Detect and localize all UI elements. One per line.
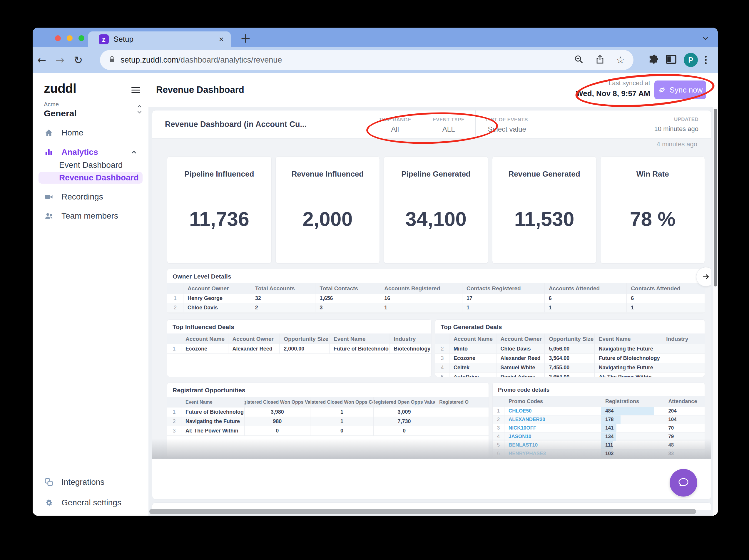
column-header: Registered O — [435, 397, 489, 407]
minimize-window-button[interactable] — [67, 35, 72, 41]
workspace-switcher[interactable]: Acme General — [44, 101, 141, 118]
table-row: 1Henry George321,656161766 — [167, 294, 705, 303]
column-header — [167, 283, 184, 294]
table-row: 3AI: The Power Within000 — [167, 426, 489, 436]
cell: Biotechnology — [389, 344, 431, 354]
column-header: Industry — [662, 334, 705, 344]
cell: 6 — [627, 294, 705, 303]
cell: 104 — [664, 416, 705, 424]
page-title: Revenue Dashboard — [156, 85, 244, 95]
cell: 1 — [311, 407, 373, 417]
column-header: Event Name — [329, 334, 390, 344]
share-icon[interactable] — [595, 54, 605, 66]
filter-event-type[interactable]: EVENT TYPEALL — [422, 110, 475, 138]
column-header: Registered Closed Won Opps Value — [244, 397, 311, 407]
cell: 1 — [463, 303, 545, 313]
cell: 5,056.00 — [545, 344, 595, 354]
table-row: 5AutoDriveDaniel Adams2,654.00AI: The Po… — [435, 373, 705, 377]
column-header — [167, 334, 181, 344]
cell: Daniel Adams — [496, 373, 545, 377]
cell — [662, 373, 705, 377]
browser-window: z Setup × + ← → ↻ setup.zuddl.com/dashbo… — [33, 28, 718, 516]
cell: 7,730 — [373, 417, 435, 426]
sidebar-item-integrations[interactable]: Integrations — [33, 473, 148, 491]
arrow-right-icon — [701, 272, 710, 281]
sidebar-item-recordings[interactable]: Recordings — [33, 188, 148, 206]
cell: 7,455.00 — [545, 363, 595, 373]
extensions-puzzle-icon[interactable] — [648, 54, 659, 66]
cell: 1 — [311, 417, 373, 426]
cell: 3 — [435, 354, 449, 363]
browser-menu-icon[interactable] — [705, 54, 707, 66]
promo-code-link[interactable]: NICK10OFF — [505, 424, 601, 432]
bookmark-star-icon[interactable]: ☆ — [616, 54, 625, 66]
cell: Alexander Reed — [496, 354, 545, 363]
sidebar-item-label: General settings — [61, 498, 122, 508]
side-panel-icon[interactable] — [665, 54, 677, 66]
sidebar-item-label: Revenue Dashboard — [59, 173, 139, 182]
sidebar-item-team-members[interactable]: Team members — [33, 207, 148, 225]
vertical-scrollbar-thumb[interactable] — [714, 109, 717, 287]
cell: Navigating the Future — [595, 344, 662, 354]
cell: Future of Biotechnology — [181, 407, 244, 417]
vertical-scrollbar-track[interactable] — [713, 107, 718, 516]
sidebar-item-general-settings[interactable]: General settings — [33, 494, 148, 512]
team-members-icon — [44, 211, 53, 220]
cell: 1 — [545, 303, 627, 313]
sidebar-item-revenue-dashboard[interactable]: Revenue Dashboard — [39, 172, 143, 184]
maximize-window-button[interactable] — [79, 35, 84, 41]
cell: Navigating the Future — [181, 417, 244, 426]
sidebar-item-label: Recordings — [61, 192, 103, 202]
cell — [435, 426, 489, 436]
column-header: Registered Open Opps Value — [373, 397, 435, 407]
cell: 6 — [545, 294, 627, 303]
sidebar-item-home[interactable]: Home — [33, 124, 148, 142]
metric-value: 11,530 — [492, 207, 596, 230]
cell: Minto — [449, 344, 496, 354]
sidebar-item-event-dashboard[interactable]: Event Dashboard — [33, 159, 148, 172]
sync-now-button[interactable]: Sync now — [654, 81, 706, 99]
filter-list-of-events[interactable]: LIST OF EVENTSSelect value — [475, 110, 538, 138]
new-tab-button[interactable]: + — [240, 30, 251, 46]
filter-label: EVENT TYPE — [433, 117, 465, 123]
promo-code-link[interactable]: CHLOE50 — [505, 407, 601, 416]
reload-button[interactable]: ↻ — [69, 54, 87, 66]
column-header — [493, 396, 505, 407]
zoom-out-page-icon[interactable] — [574, 54, 584, 66]
dashboard-viewport[interactable]: 4 minutes ago Pipeline Influenced11,736R… — [152, 139, 711, 458]
column-header: Total Accounts — [251, 283, 316, 294]
filter-time-range[interactable]: TIME RANGEAll — [368, 110, 422, 138]
tab-search-chevron-icon[interactable] — [704, 35, 708, 40]
browser-tab[interactable]: z Setup × — [88, 31, 231, 47]
chat-support-button[interactable] — [670, 469, 697, 496]
forward-button[interactable]: → — [51, 54, 69, 66]
cell: 980 — [244, 417, 311, 426]
cell: 2 — [493, 416, 505, 424]
cell: 3 — [493, 424, 505, 432]
cell: 3,980 — [244, 407, 311, 417]
cell: 5 — [435, 373, 449, 377]
horizontal-scrollbar[interactable] — [149, 509, 696, 514]
cell — [662, 354, 705, 363]
table-row: 1EcozoneAlexander Reed2,000.00Future of … — [167, 344, 431, 354]
switcher-chevrons-icon — [138, 106, 141, 113]
main-content: Revenue Dashboard (in Account Cu... TIME… — [148, 107, 718, 516]
profile-avatar[interactable]: P — [684, 53, 698, 67]
cell: 3 — [316, 303, 380, 313]
promo-code-link[interactable]: ALEXANDER20 — [505, 416, 601, 424]
sidebar-item-label: Integrations — [61, 477, 104, 487]
cell: 3 — [167, 426, 181, 436]
close-tab-icon[interactable]: × — [219, 35, 224, 44]
column-header: Account Name — [449, 334, 496, 344]
back-button[interactable]: ← — [33, 54, 51, 66]
cell: 204 — [664, 407, 705, 416]
cell: 1 — [493, 407, 505, 416]
last-synced-value: Wed, Nov 8, 9:57 AM — [576, 89, 650, 98]
sidebar-item-analytics[interactable]: Analytics — [33, 143, 148, 161]
address-bar[interactable]: setup.zuddl.com/dashboard/analytics/reve… — [100, 50, 634, 70]
gear-icon — [44, 498, 53, 507]
metric-label: Revenue Generated — [492, 170, 596, 179]
close-window-button[interactable] — [55, 35, 61, 41]
analytics-bars-icon — [44, 148, 53, 157]
hamburger-menu-icon[interactable] — [131, 85, 140, 95]
